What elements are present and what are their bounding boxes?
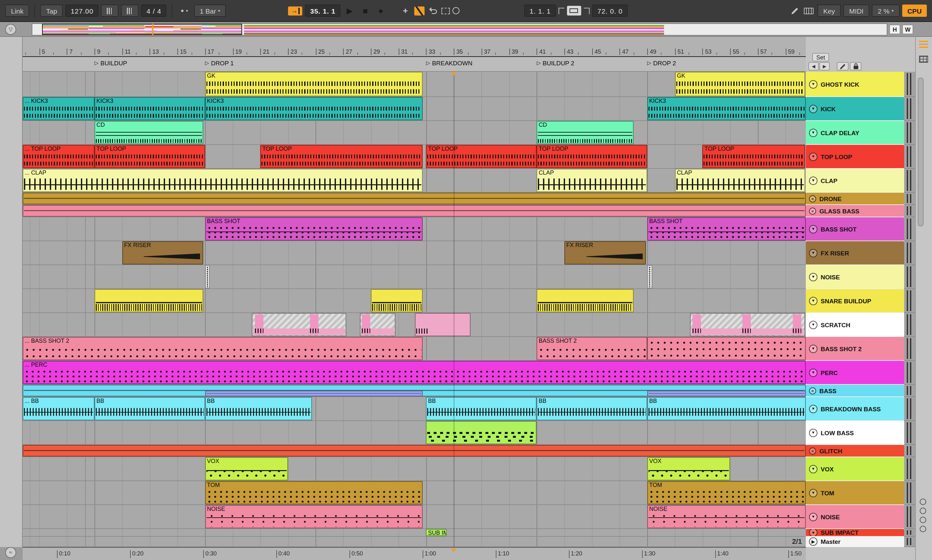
track-lane-bass[interactable] [23,385,806,397]
track-fold-icon[interactable]: ▾ [809,320,818,329]
clip-bb[interactable]: ... BB [23,397,94,420]
clip-sub-impact[interactable]: SUB IMPACT [426,529,447,536]
track-lane-ghost-kick[interactable]: GKGK [23,72,806,97]
record-button[interactable]: ● [374,6,387,15]
track-lane-glitch[interactable] [23,445,806,457]
clip-snare-buildup[interactable] [371,289,423,312]
clip-kick3[interactable]: KICK3 [94,97,205,120]
clip-bass-shot-2[interactable]: ... BASS SHOT 2 [23,337,423,360]
clip-bb[interactable]: BB [205,397,312,420]
track-header-vox[interactable]: ▾VOX [806,457,904,481]
collapsed-track-icon[interactable]: ≡ [809,447,816,454]
track-lane-master[interactable]: 2/1 [23,537,806,547]
reenable-automation-button[interactable] [427,6,439,16]
locator-flag-drop-1[interactable]: ▷DROP 1 [205,60,234,67]
clip-tom[interactable]: TOM [205,481,423,505]
track-header-bass[interactable]: ≡BASS [806,385,904,397]
loop-length-display[interactable]: 72. 0. 0 [592,5,628,17]
locator-flag-buildup-2[interactable]: ▷BUILDUP 2 [537,60,574,67]
set-locator-button[interactable]: Set [812,53,829,62]
punch-out-button[interactable] [584,8,589,14]
track-lane-fx-riser[interactable]: FX RISERFX RISER [23,241,806,265]
track-fold-icon[interactable]: ▾ [809,465,818,473]
midi-map-button[interactable]: MIDI [843,5,869,17]
locator-flag-breakdown[interactable]: ▷BREAKDOWN [426,60,472,67]
clip-vox[interactable]: VOX [647,457,730,480]
clip-clap[interactable]: ... CLAP [23,169,423,192]
clip-bb[interactable]: BB [647,397,805,420]
clip-noise[interactable]: NOISE [205,505,423,528]
track-lane-kick[interactable]: ... KICK3KICK3KICK3KICK3 [23,97,806,121]
track-lane-bass-shot[interactable]: BASS SHOTBASS SHOT [23,217,806,241]
track-fold-icon[interactable]: ▾ [809,512,818,521]
track-lane-noise[interactable] [23,265,806,289]
clip-clap[interactable]: CLAP [537,169,647,192]
track-header-clap-delay[interactable]: ▾CLAP DELAY [806,121,904,145]
track-header-tom[interactable]: ▾TOM [806,481,904,505]
clip-clap[interactable]: CLAP [675,169,805,192]
optimize-width-button[interactable]: W [902,25,913,34]
arrangement-overview[interactable] [32,23,887,35]
loop-start-display[interactable]: 1. 1. 1 [525,5,556,17]
link-button[interactable]: Link [5,5,29,17]
track-fold-icon[interactable]: ▾ [809,272,818,281]
track-fold-icon[interactable]: ▾ [809,152,818,161]
track-fold-icon[interactable]: ▾ [809,368,818,377]
clip-tom[interactable]: TOM [647,481,805,505]
track-header-noise[interactable]: ▾NOISE [806,265,904,289]
clip-kick3[interactable]: KICK3 [647,97,805,120]
locator-flag-drop-2[interactable]: ▷DROP 2 [647,60,676,67]
track-header-low-bass[interactable]: ▾LOW BASS [806,421,904,445]
track-header-bass-shot-2[interactable]: ▾BASS SHOT 2 [806,337,904,361]
mixer-grid-icon[interactable] [919,55,928,63]
track-header-perc[interactable]: ▾PERC [806,361,904,385]
track-fold-icon[interactable]: ▾ [809,345,818,353]
play-icon[interactable]: ▶ [809,537,818,546]
panel-toggle-icon[interactable] [919,41,928,48]
track-fold-icon[interactable]: ▾ [809,297,818,305]
clip-bass-shot[interactable]: BASS SHOT [647,217,805,240]
track-lane-snare-buildup[interactable] [23,289,806,313]
clip-bb[interactable]: BB [426,397,537,420]
nudge-up-button[interactable] [121,5,139,17]
clip-fx-riser[interactable]: FX RISER [565,241,646,265]
clip-kick3[interactable]: ... KICK3 [23,97,94,120]
track-header-scratch[interactable]: ▾SCRATCH [806,313,904,337]
tempo-display[interactable]: 127.00 [65,5,99,17]
track-header-top-loop[interactable]: ▾TOP LOOP [806,145,904,169]
track-header-master[interactable]: ▶Master [806,537,904,547]
clip-top-loop[interactable]: TOP LOOP [94,145,205,168]
track-lane-bass-shot-2[interactable]: ... BASS SHOT 2BASS SHOT 2 [23,337,806,361]
clip-scratch[interactable] [690,313,805,336]
track-fold-icon[interactable]: ▾ [809,176,818,185]
clip-top-loop[interactable]: TOP LOOP [702,145,805,168]
track-header-drone[interactable]: ≡DRONE [806,193,904,205]
track-header-snare-buildup[interactable]: ▾SNARE BUILDUP [806,289,904,313]
track-lane-drone[interactable] [23,193,806,205]
track-header-breakdown-bass[interactable]: ▾BREAKDOWN BASS [806,397,904,421]
clip-gk[interactable]: GK [205,72,423,96]
clip-perc[interactable]: ... PERC [23,361,805,384]
clip-gk[interactable]: GK [675,72,805,96]
track-lane-sub-impact[interactable]: SUB IMPACT [23,529,806,537]
clip-bass-shot[interactable]: BASS SHOT [205,217,423,240]
clip-top-loop[interactable]: TOP LOOP [426,145,537,168]
beat-time-ruler[interactable]: 5791113151719212325272931333537394143454… [23,37,806,57]
clip-glass-bass[interactable] [23,205,805,217]
cpu-overload-indicator[interactable]: CPU [902,5,927,17]
quantization-select[interactable]: 1 Bar▾ [194,5,226,17]
track-lane-glass-bass[interactable] [23,205,806,217]
clip-snare-buildup[interactable] [537,289,633,312]
clip-bass-shot-2[interactable] [647,337,805,360]
optimize-height-button[interactable]: H [889,25,900,34]
overview-view-rectangle[interactable] [42,24,242,35]
cpu-meter[interactable]: 2 %▾ [872,5,899,17]
track-lane-vox[interactable]: VOXVOX [23,457,806,481]
clip-bass[interactable] [205,391,423,396]
track-header-glass-bass[interactable]: ≡GLASS BASS [806,205,904,217]
clip-vox[interactable]: VOX [205,457,288,480]
locator-lane[interactable]: ▷BUILDUP▷DROP 1▷BREAKDOWN▷BUILDUP 2▷DROP… [23,57,806,72]
time-signature-display[interactable]: 4 / 4 [141,5,167,17]
show-hide-wave-button[interactable]: ≈ [5,547,16,558]
metronome-button[interactable]: ●▾ [177,6,191,15]
